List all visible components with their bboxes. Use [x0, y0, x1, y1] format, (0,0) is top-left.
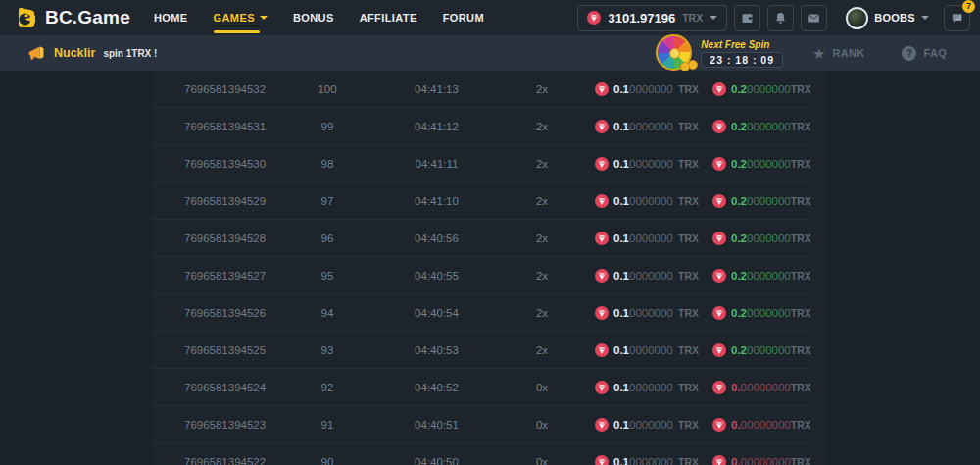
bet-time: 04:40:51 — [356, 419, 517, 431]
payout-value: 0.20000000 — [731, 121, 791, 132]
nav-bonus[interactable]: BONUS — [293, 0, 334, 35]
table-row[interactable]: 7696581394523 91 04:40:51 0x 0.10000000 … — [152, 406, 811, 443]
round-number: 93 — [299, 344, 356, 356]
balance-currency: TRX — [682, 12, 703, 24]
bet-amount: 0.10000000 TRX — [595, 381, 699, 394]
nav-forum[interactable]: FORUM — [443, 0, 484, 35]
mail-icon — [807, 11, 821, 26]
round-number: 100 — [299, 83, 356, 95]
multiplier: 0x — [517, 456, 566, 465]
bet-time: 04:40:53 — [356, 344, 517, 356]
table-row[interactable]: 7696581394522 90 04:40:50 0x 0.10000000 … — [152, 443, 811, 465]
bc-game-logo-icon — [14, 6, 37, 29]
bet-currency: TRX — [678, 419, 699, 431]
trx-coin-icon — [712, 418, 726, 432]
payout-value: 0.20000000 — [731, 307, 791, 319]
payout-currency: TRX — [791, 195, 811, 207]
wallet-button[interactable] — [734, 5, 760, 31]
chat-button[interactable]: 7 — [944, 5, 970, 31]
bet-time: 04:40:50 — [356, 456, 517, 465]
table-row[interactable]: 7696581394530 98 04:41:11 2x 0.10000000 … — [152, 145, 811, 182]
avatar — [846, 7, 868, 29]
chat-icon — [950, 11, 964, 26]
bet-currency: TRX — [678, 382, 699, 393]
payout-amount: 0.20000000 TRX — [712, 343, 807, 357]
free-spin-label: Next Free Spin — [701, 39, 769, 50]
payout-currency: TRX — [791, 232, 811, 244]
multiplier: 2x — [517, 307, 566, 319]
payout-value: 0.20000000 — [731, 232, 791, 244]
table-row[interactable]: 7696581394527 95 04:40:55 2x 0.10000000 … — [152, 257, 811, 294]
round-number: 90 — [299, 456, 356, 465]
trx-coin-icon — [712, 232, 726, 245]
multiplier: 0x — [517, 419, 566, 431]
notifications-button[interactable] — [767, 5, 794, 31]
trx-coin-icon — [712, 455, 726, 465]
multiplier: 2x — [517, 83, 566, 95]
logo[interactable]: BC.Game — [14, 6, 130, 29]
payout-currency: TRX — [791, 158, 811, 170]
bet-time: 04:41:10 — [356, 195, 517, 207]
trx-coin-icon — [595, 455, 609, 465]
nav-home[interactable]: HOME — [154, 0, 188, 35]
trx-coin-icon — [595, 120, 609, 133]
payout-amount: 0.20000000 TRX — [712, 306, 807, 320]
bet-value: 0.10000000 — [613, 83, 673, 95]
announcement-game-link[interactable]: Nucklir — [54, 46, 95, 60]
chat-badge: 7 — [962, 0, 975, 13]
rank-link[interactable]: ★ RANK — [812, 46, 864, 61]
payout-currency: TRX — [791, 270, 811, 282]
bet-id: 7696581394531 — [152, 121, 299, 132]
faq-link[interactable]: ? FAQ — [902, 46, 947, 61]
payout-currency: TRX — [791, 307, 811, 319]
bet-time: 04:41:11 — [356, 158, 517, 170]
nav-affiliate[interactable]: AFFILIATE — [360, 0, 417, 35]
multiplier: 2x — [517, 344, 566, 356]
bet-currency: TRX — [678, 195, 699, 207]
nav-games[interactable]: GAMES — [214, 0, 268, 35]
trx-coin-icon — [595, 306, 609, 320]
bet-value: 0.10000000 — [613, 419, 673, 431]
trx-coin-icon — [712, 194, 726, 208]
payout-amount: 0.20000000 TRX — [712, 194, 807, 208]
table-row[interactable]: 7696581394525 93 04:40:53 2x 0.10000000 … — [152, 332, 811, 369]
table-row[interactable]: 7696581394526 94 04:40:54 2x 0.10000000 … — [152, 294, 811, 332]
bet-value: 0.10000000 — [613, 121, 673, 132]
trx-coin-icon — [712, 269, 726, 283]
table-row[interactable]: 7696581394529 97 04:41:10 2x 0.10000000 … — [152, 182, 811, 220]
payout-currency: TRX — [791, 456, 811, 465]
trx-coin-icon — [712, 343, 726, 357]
table-row[interactable]: 7696581394528 96 04:40:56 2x 0.10000000 … — [152, 220, 811, 257]
bet-amount: 0.10000000 TRX — [595, 232, 699, 245]
table-row[interactable]: 7696581394524 92 04:40:52 0x 0.10000000 … — [152, 369, 811, 406]
payout-amount: 0.20000000 TRX — [712, 120, 807, 133]
chevron-down-icon — [921, 16, 929, 20]
user-menu[interactable]: BOOBS — [846, 7, 929, 29]
trx-coin-icon — [712, 82, 726, 96]
free-spin-wheel[interactable] — [654, 35, 699, 71]
multiplier: 2x — [517, 158, 566, 170]
bet-value: 0.10000000 — [613, 232, 673, 244]
round-number: 95 — [299, 270, 356, 282]
bet-time: 04:41:13 — [356, 83, 517, 95]
payout-currency: TRX — [791, 419, 811, 431]
free-spin-timer: 23 : 18 : 09 — [701, 52, 783, 68]
bet-amount: 0.10000000 TRX — [595, 455, 699, 465]
announcement[interactable]: Nucklir spin 1TRX ! — [27, 45, 157, 62]
bet-id: 7696581394526 — [152, 307, 299, 319]
payout-value: 0.20000000 — [731, 158, 791, 170]
trx-coin-icon — [595, 343, 609, 357]
bet-history-table: 7696581394532 100 04:41:13 2x 0.10000000… — [152, 71, 811, 465]
logo-text: BC.Game — [45, 7, 130, 28]
round-number: 94 — [299, 307, 356, 319]
table-row[interactable]: 7696581394532 100 04:41:13 2x 0.10000000… — [152, 71, 811, 108]
payout-amount: 0.20000000 TRX — [712, 232, 807, 245]
trx-coin-icon — [595, 269, 609, 283]
payout-value: 0.20000000 — [731, 344, 791, 356]
messages-button[interactable] — [801, 5, 827, 31]
bet-id: 7696581394523 — [152, 419, 299, 431]
balance-selector[interactable]: 3101.97196 TRX — [577, 5, 727, 31]
table-row[interactable]: 7696581394531 99 04:41:12 2x 0.10000000 … — [152, 108, 811, 145]
free-spin-info[interactable]: Next Free Spin 23 : 18 : 09 — [701, 39, 783, 68]
bet-id: 7696581394532 — [152, 83, 299, 95]
